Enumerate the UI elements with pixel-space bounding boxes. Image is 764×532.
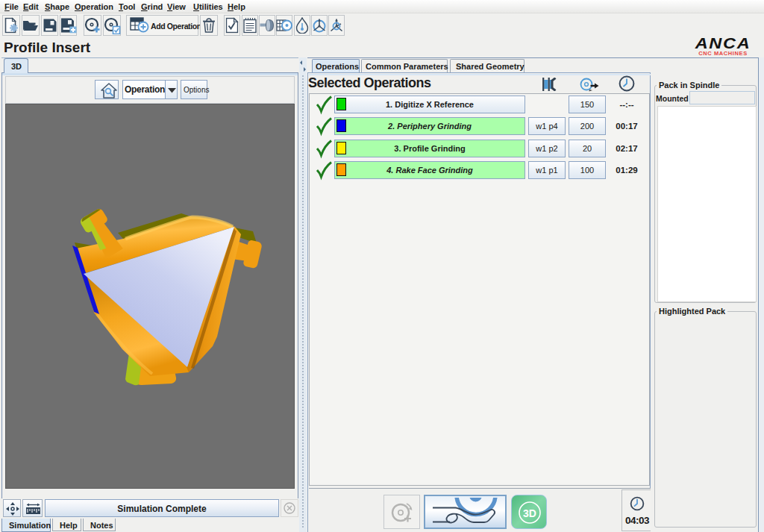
- svg-text:3D: 3D: [523, 507, 536, 519]
